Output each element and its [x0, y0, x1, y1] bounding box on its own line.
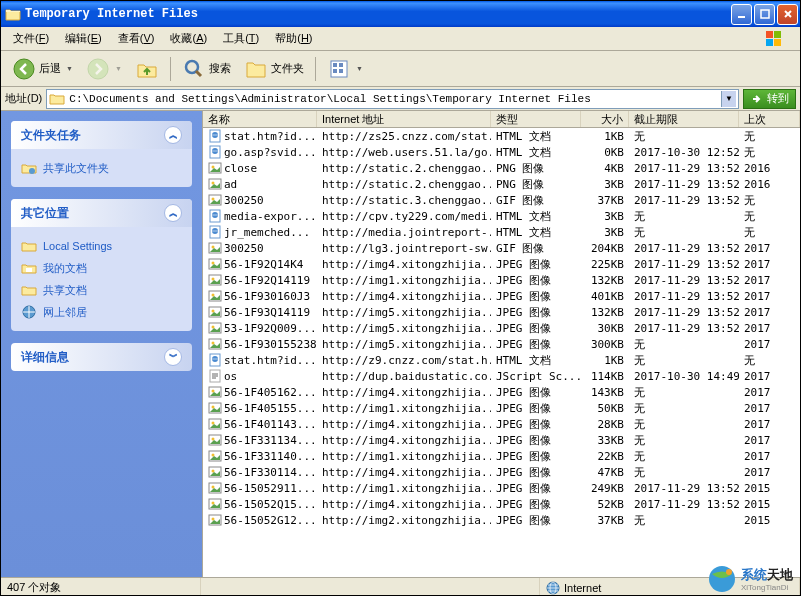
- go-button[interactable]: 转到: [743, 89, 796, 109]
- table-row[interactable]: 56-1F331140...http://img1.xitongzhijia..…: [203, 448, 800, 464]
- table-row[interactable]: stat.htm?id...http://zs25.cnzz.com/stat.…: [203, 128, 800, 144]
- cell-size: 52KB: [581, 498, 629, 511]
- table-row[interactable]: closehttp://static.2.chenggao...PNG 图像4K…: [203, 160, 800, 176]
- svg-rect-3: [774, 31, 781, 38]
- up-button[interactable]: [130, 54, 164, 84]
- column-header[interactable]: 类型: [491, 111, 581, 127]
- column-header[interactable]: 上次: [739, 111, 800, 127]
- table-row[interactable]: oshttp://dup.baidustatic.co...JScript Sc…: [203, 368, 800, 384]
- cell-type: HTML 文档: [491, 353, 581, 368]
- table-row[interactable]: 56-15052G12...http://img2.xitongzhijia..…: [203, 512, 800, 528]
- window-title: Temporary Internet Files: [25, 7, 731, 21]
- cell-type: JPEG 图像: [491, 449, 581, 464]
- maximize-button[interactable]: [754, 4, 775, 25]
- svg-rect-12: [333, 69, 337, 73]
- table-row[interactable]: 56-1F401143...http://img4.xitongzhijia..…: [203, 416, 800, 432]
- back-button[interactable]: 后退 ▼: [7, 54, 78, 84]
- task-item[interactable]: 共享文档: [21, 279, 182, 301]
- file-icon: [208, 209, 222, 223]
- close-button[interactable]: [777, 4, 798, 25]
- table-row[interactable]: go.asp?svid...http://web.users.51.la/go.…: [203, 144, 800, 160]
- panel-title: 文件夹任务: [21, 127, 81, 144]
- cell-url: http://z9.cnzz.com/stat.h...: [317, 354, 491, 367]
- table-row[interactable]: 56-1F331134...http://img4.xitongzhijia..…: [203, 432, 800, 448]
- chevron-down-icon: ▼: [115, 65, 122, 72]
- file-icon: [208, 433, 222, 447]
- sidebar-panel: 详细信息︾: [11, 343, 192, 371]
- cell-expires: 无: [629, 417, 739, 432]
- cell-url: http://img5.xitongzhijia...: [317, 322, 491, 335]
- cell-expires: 2017-10-30 12:52: [629, 146, 739, 159]
- cell-last: 2015: [739, 498, 800, 511]
- task-item[interactable]: 共享此文件夹: [21, 157, 182, 179]
- cell-name: 56-1F930155238: [203, 337, 317, 351]
- table-row[interactable]: 56-1F930160J3http://img4.xitongzhijia...…: [203, 288, 800, 304]
- task-item[interactable]: 我的文档: [21, 257, 182, 279]
- folders-button[interactable]: 文件夹: [239, 54, 309, 84]
- table-row[interactable]: 56-1F92Q14K4http://img4.xitongzhijia...J…: [203, 256, 800, 272]
- menubar: 文件(F)编辑(E)查看(V)收藏(A)工具(T)帮助(H): [1, 27, 800, 51]
- cell-url: http://img5.xitongzhijia...: [317, 338, 491, 351]
- table-row[interactable]: 56-15052911...http://img1.xitongzhijia..…: [203, 480, 800, 496]
- table-row[interactable]: 56-1F930155238http://img5.xitongzhijia..…: [203, 336, 800, 352]
- panel-header[interactable]: 文件夹任务︽: [11, 121, 192, 149]
- table-row[interactable]: 56-15052Q15...http://img4.xitongzhijia..…: [203, 496, 800, 512]
- menu-v[interactable]: 查看(V): [110, 28, 163, 49]
- menu-a[interactable]: 收藏(A): [162, 28, 215, 49]
- cell-expires: 2017-10-30 14:49: [629, 370, 739, 383]
- cell-type: JPEG 图像: [491, 465, 581, 480]
- cell-expires: 2017-11-29 13:52: [629, 322, 739, 335]
- search-button[interactable]: 搜索: [177, 54, 236, 84]
- cell-name: 56-1F930160J3: [203, 289, 317, 303]
- svg-rect-11: [339, 63, 343, 67]
- cell-type: HTML 文档: [491, 129, 581, 144]
- menu-f[interactable]: 文件(F): [5, 28, 57, 49]
- table-row[interactable]: adhttp://static.2.chenggao...PNG 图像3KB20…: [203, 176, 800, 192]
- address-combo[interactable]: C:\Documents and Settings\Administrator\…: [46, 89, 739, 109]
- file-icon: [208, 337, 222, 351]
- cell-url: http://dup.baidustatic.co...: [317, 370, 491, 383]
- views-button[interactable]: ▼: [322, 54, 368, 84]
- menu-e[interactable]: 编辑(E): [57, 28, 110, 49]
- table-row[interactable]: 56-1F93Q14119http://img5.xitongzhijia...…: [203, 304, 800, 320]
- table-row[interactable]: 56-1F92Q14119http://img1.xitongzhijia...…: [203, 272, 800, 288]
- svg-rect-2: [766, 31, 773, 38]
- table-row[interactable]: stat.htm?id...http://z9.cnzz.com/stat.h.…: [203, 352, 800, 368]
- menu-t[interactable]: 工具(T): [215, 28, 267, 49]
- windows-logo-icon: [760, 29, 796, 49]
- panel-header[interactable]: 其它位置︽: [11, 199, 192, 227]
- cell-last: 2016: [739, 178, 800, 191]
- folder-icon: [5, 7, 21, 21]
- table-row[interactable]: 53-1F92Q009...http://img5.xitongzhijia..…: [203, 320, 800, 336]
- watermark-sub: XiTongTianDi: [741, 584, 793, 592]
- cell-type: JPEG 图像: [491, 321, 581, 336]
- column-header[interactable]: Internet 地址: [317, 111, 491, 127]
- table-row[interactable]: 300250http://lg3.jointreport-sw...GIF 图像…: [203, 240, 800, 256]
- table-row[interactable]: media-expor...http://cpv.ty229.com/medi.…: [203, 208, 800, 224]
- task-item[interactable]: 网上邻居: [21, 301, 182, 323]
- table-row[interactable]: 300250http://static.3.chenggao...GIF 图像3…: [203, 192, 800, 208]
- svg-point-14: [29, 168, 35, 174]
- table-row[interactable]: 56-1F405155...http://img1.xitongzhijia..…: [203, 400, 800, 416]
- column-header[interactable]: 名称: [203, 111, 317, 127]
- file-rows[interactable]: stat.htm?id...http://zs25.cnzz.com/stat.…: [203, 128, 800, 577]
- column-header[interactable]: 大小: [581, 111, 629, 127]
- address-bar: 地址(D) C:\Documents and Settings\Administ…: [1, 87, 800, 111]
- task-item[interactable]: Local Settings: [21, 235, 182, 257]
- network-icon: [21, 304, 37, 320]
- table-row[interactable]: 56-1F330114...http://img4.xitongzhijia..…: [203, 464, 800, 480]
- cell-size: 4KB: [581, 162, 629, 175]
- panel-title: 详细信息: [21, 349, 69, 366]
- dropdown-arrow[interactable]: ▼: [721, 91, 736, 107]
- table-row[interactable]: 56-1F405162...http://img4.xitongzhijia..…: [203, 384, 800, 400]
- cell-name: 53-1F92Q009...: [203, 321, 317, 335]
- menu-h[interactable]: 帮助(H): [267, 28, 320, 49]
- table-row[interactable]: jr_memched...http://media.jointreport-..…: [203, 224, 800, 240]
- column-header[interactable]: 截止期限: [629, 111, 739, 127]
- minimize-button[interactable]: [731, 4, 752, 25]
- sidebar: 文件夹任务︽共享此文件夹其它位置︽Local Settings我的文档共享文档网…: [1, 111, 202, 577]
- cell-type: JPEG 图像: [491, 305, 581, 320]
- panel-header[interactable]: 详细信息︾: [11, 343, 192, 371]
- cell-last: 2017: [739, 274, 800, 287]
- task-label: 共享文档: [43, 283, 87, 298]
